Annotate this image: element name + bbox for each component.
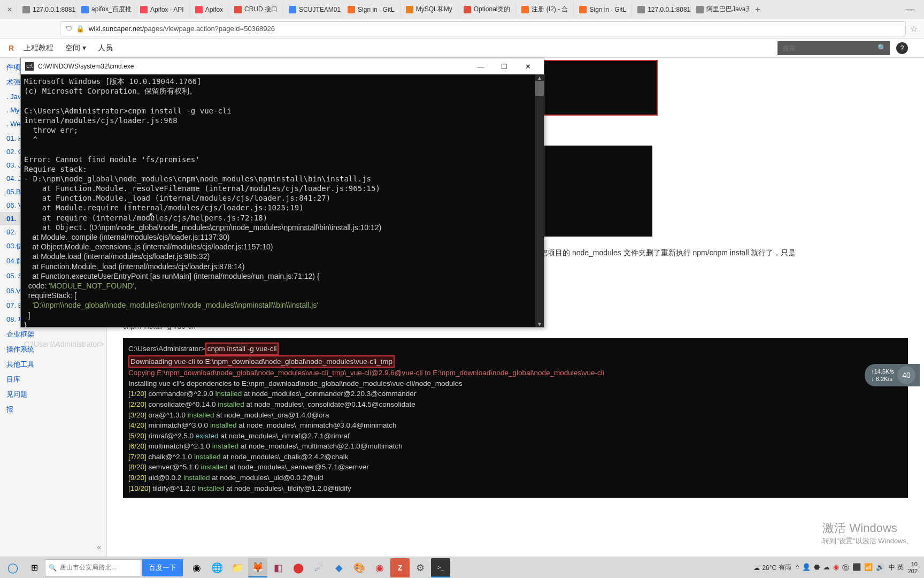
browser-tab[interactable]: apifox_百度推 [76,2,135,18]
wiki-nav: 上程教程空间 ▾人员 [24,43,113,53]
help-icon[interactable]: ? [896,42,908,54]
bookmark-star-icon[interactable]: ☆ [910,24,918,34]
app-blue[interactable]: ◆ [329,558,349,577]
browser-minimize[interactable]: — [898,5,922,14]
wiki-search: 🔍 ? [777,41,915,55]
cmd-window: C:\ C:\WINDOWS\system32\cmd.exe — ☐ ✕ Mi… [20,58,544,328]
scroll-down-icon[interactable]: ▼ [535,321,544,327]
system-tray: ☁ 26°C 有雨 ^ 👤 ⬣ ☁ ◉ ⓑ ⬛ 📶 🔊 中 英 10 202 [753,561,922,574]
sidebar-item[interactable]: 其他工具 [0,357,106,372]
upload-speed: ↑14.5K/s [871,368,894,375]
lock-icon: 🔒 [76,25,84,33]
app-z[interactable]: Z [390,558,410,577]
close-all-tabs[interactable]: ✕ [2,2,17,18]
weather-desc: 有雨 [779,563,791,572]
browser-tab[interactable]: 阿里巴巴Java开发 [691,2,750,18]
browser-tab[interactable]: Apifox - API [135,2,190,18]
ime-indicator[interactable]: 中 英 [889,563,903,572]
activate-title: 激活 Windows [822,520,913,536]
wiki-nav-item[interactable]: 人员 [98,43,113,53]
sidebar-item[interactable]: 报 [0,402,106,417]
new-tab-button[interactable]: + [750,5,765,14]
activate-windows-watermark: 激活 Windows 转到"设置"以激活 Windows。 [822,520,913,546]
sidebar-item[interactable]: 目库 [0,372,106,387]
wiki-header: R 上程教程空间 ▾人员 🔍 ? [0,39,924,58]
browser-tab[interactable]: Apifox [190,2,229,18]
taskbar: ◯ ⊞ 🔍 唐山市公安局路北... 百度一下 ◉ 🌐 📁 🦊 ◧ ⬤ ☄ ◆ 🎨… [0,557,924,578]
address-bar: 🛡 🔒 wiki.suncaper.net/pages/viewpage.act… [0,19,924,39]
tray-app2-icon[interactable]: ⬛ [852,563,861,573]
browser-tab[interactable]: 注册 (I2) - 合 [516,2,574,18]
app-intellij[interactable]: ◧ [268,558,288,577]
tray-people-icon[interactable]: 👤 [802,563,811,573]
cmd-output[interactable]: Microsoft Windows [版本 10.0.19044.1766] (… [21,74,544,327]
cmd-titlebar[interactable]: C:\ C:\WINDOWS\system32\cmd.exe — ☐ ✕ [21,58,544,74]
taskbar-search[interactable]: 🔍 唐山市公安局路北... [45,559,141,576]
mouse-cursor-icon: ↖ [149,210,156,220]
tray-bluetooth-icon[interactable]: ⓑ [842,563,849,573]
wiki-nav-item[interactable]: 上程教程 [24,43,53,53]
browser-tab[interactable]: MySQL和My [401,2,458,18]
app-purple[interactable]: ☄ [309,558,328,577]
browser-tab[interactable]: CRUD 接口 [229,2,283,18]
browser-tab[interactable]: 127.0.0.1:8081/a [632,2,691,18]
wiki-logo[interactable]: R [9,44,14,52]
activate-subtitle: 转到"设置"以激活 Windows。 [822,536,913,546]
download-speed: ↓ 8.2K/s [871,375,894,383]
tray-icons[interactable]: ^ 👤 ⬣ ☁ ◉ ⓑ ⬛ 📶 🔊 [796,563,884,573]
tray-app-icon[interactable]: ◉ [833,563,839,573]
app-cortana[interactable]: ◉ [187,558,206,577]
clock[interactable]: 10 202 [908,561,918,574]
cmd-scrollbar[interactable]: ▲ ▼ [535,74,544,327]
app-record[interactable]: ⬤ [289,558,308,577]
tray-wifi-icon[interactable]: 📶 [864,563,873,573]
cmd-icon: C:\ [25,62,34,71]
url-path: /pages/viewpage.action?pageId=50368926 [142,25,275,33]
tray-up-icon[interactable]: ^ [796,563,799,573]
search-icon: 🔍 [49,564,57,572]
wiki-nav-item[interactable]: 空间 ▾ [65,43,86,53]
browser-tab-strip: ✕ 127.0.0.1:8081/apapifox_百度推Apifox - AP… [0,0,924,19]
network-speed-badge[interactable]: ↑14.5K/s ↓ 8.2K/s 40 [865,364,920,386]
sidebar-item[interactable]: 见问题 [0,387,106,402]
cmd-maximize-button[interactable]: ☐ [492,58,516,74]
cmd-minimize-button[interactable]: — [469,58,492,74]
start-button[interactable]: ◯ [2,557,24,579]
browser-tab[interactable]: Sign in · GitL [574,2,632,18]
cmd-title-text: C:\WINDOWS\system32\cmd.exe [38,63,134,70]
search-text: 唐山市公安局路北... [60,563,117,572]
app-settings[interactable]: ⚙ [411,558,430,577]
browser-tab[interactable]: SCUJTEAM01 [283,2,342,18]
weather-widget[interactable]: ☁ 26°C 有雨 [753,563,791,572]
wiki-search-button[interactable]: 🔍 [874,41,890,55]
shield-icon: 🛡 [66,25,73,33]
app-explorer[interactable]: 📁 [228,558,247,577]
weather-icon: ☁ [753,564,760,572]
app-cmd[interactable]: >_ [431,558,450,577]
app-firefox[interactable]: 🦊 [248,558,267,577]
tray-volume-icon[interactable]: 🔊 [876,563,884,573]
terminal-output-install: C:\Users\Administrator>cnpm install -g v… [123,338,908,498]
tray-onedrive-icon[interactable]: ☁ [823,563,830,573]
browser-tab[interactable]: 127.0.0.1:8081/ap [17,2,76,18]
baidu-search-button[interactable]: 百度一下 [142,559,183,576]
app-edge[interactable]: 🌐 [207,558,227,577]
sidebar-collapse-button[interactable]: « [97,543,101,551]
speed-percent: 40 [897,366,915,384]
cmd-close-button[interactable]: ✕ [516,58,540,74]
app-paint[interactable]: 🎨 [350,558,369,577]
taskbar-apps: ◉ 🌐 📁 🦊 ◧ ⬤ ☄ ◆ 🎨 ◉ Z ⚙ >_ [187,558,450,577]
url-host: wiki.suncaper.net [89,25,142,33]
scroll-thumb[interactable] [535,81,544,96]
scroll-up-icon[interactable]: ▲ [535,74,544,81]
tray-shield-icon[interactable]: ⬣ [814,563,820,573]
task-view-button[interactable]: ⊞ [24,557,45,579]
url-field[interactable]: 🛡 🔒 wiki.suncaper.net/pages/viewpage.act… [60,21,906,36]
wiki-search-input[interactable] [777,41,874,55]
weather-temp: 26°C [762,564,776,572]
app-red[interactable]: ◉ [370,558,389,577]
browser-tab[interactable]: Optional类的 [458,2,517,18]
browser-tab[interactable]: Sign in · GitL [342,2,401,18]
